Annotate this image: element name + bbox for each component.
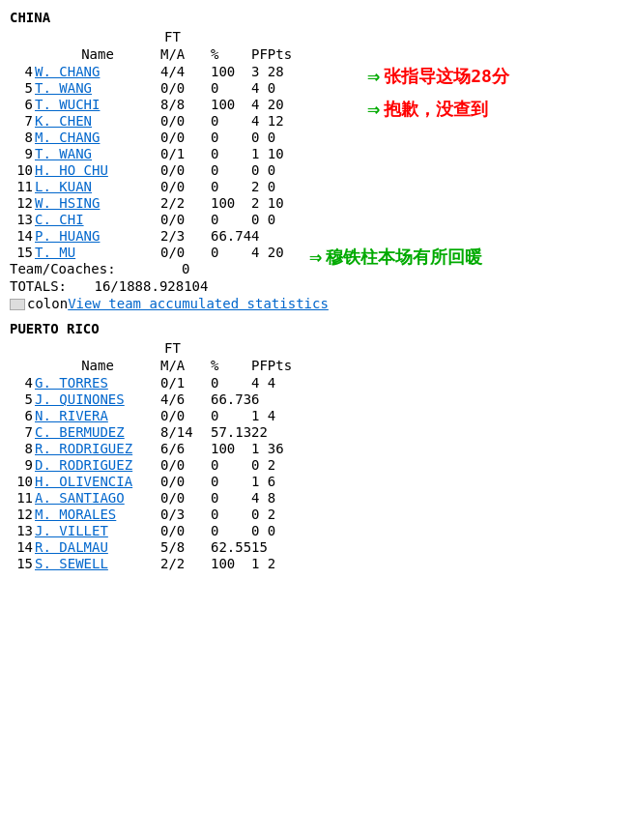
china-row-0: 4 W. CHANG 4/4 100 3 28 ⇒ 张指导这场28分 bbox=[10, 64, 623, 79]
china-header-pfpts: PFPts bbox=[251, 46, 309, 62]
player-name-link[interactable]: J. VILLET bbox=[35, 523, 160, 538]
player-name-link[interactable]: K. CHEN bbox=[35, 113, 160, 129]
pr-player-row: 4 G. TORRES 0/1 0 4 4 bbox=[10, 375, 623, 391]
china-player-row: 10 H. HO CHU 0/0 0 0 0 bbox=[10, 162, 623, 178]
colon-image bbox=[10, 299, 25, 310]
china-section: CHINA FT Name M/A % PFPts 4 W. CHANG 4/4… bbox=[10, 10, 623, 311]
arrow-icon-3: ⇒ bbox=[309, 245, 322, 269]
puerto-rico-section: PUERTO RICO FT Name M/A % PFPts 4 G. TOR… bbox=[10, 321, 623, 571]
pr-header-pct: % bbox=[211, 358, 251, 373]
china-title: CHINA bbox=[10, 10, 623, 25]
player-name-link[interactable]: M. CHANG bbox=[35, 130, 160, 145]
view-stats-link[interactable]: View team accumulated statistics bbox=[68, 296, 329, 311]
china-player-row: 12 W. HSING 2/2 100 2 10 bbox=[10, 195, 623, 211]
player-name-link[interactable]: L. KUAN bbox=[35, 179, 160, 194]
pr-header-ma: M/A bbox=[160, 358, 211, 373]
player-name-link[interactable]: G. TORRES bbox=[35, 375, 160, 391]
china-player-row: 5 T. WANG 0/0 0 4 0 bbox=[10, 80, 623, 96]
pr-player-row: 8 R. RODRIGUEZ 6/6 100 1 36 bbox=[10, 441, 623, 456]
pr-player-row: 5 J. QUINONES 4/6 66.73 6 bbox=[10, 391, 623, 407]
china-player-row: 7 K. CHEN 0/0 0 4 12 bbox=[10, 113, 623, 129]
player-name-link[interactable]: S. SEWELL bbox=[35, 556, 160, 571]
china-header-pct: % bbox=[211, 46, 251, 62]
player-name-link[interactable]: T. WUCHI bbox=[35, 97, 160, 112]
annotation-mu: ⇒ 穆铁柱本场有所回暖 bbox=[309, 245, 482, 269]
player-name-link[interactable]: H. OLIVENCIA bbox=[35, 474, 160, 489]
player-name-link[interactable]: W. HSING bbox=[35, 195, 160, 211]
player-name-link[interactable]: T. MU bbox=[35, 245, 160, 260]
china-player-row: 8 M. CHANG 0/0 0 0 0 bbox=[10, 130, 623, 145]
china-col-headers: Name M/A % PFPts bbox=[10, 46, 623, 62]
pr-col-headers: Name M/A % PFPts bbox=[10, 358, 623, 373]
player-name-link[interactable]: T. WANG bbox=[35, 146, 160, 161]
puerto-rico-title: PUERTO RICO bbox=[10, 321, 623, 336]
player-name-link[interactable]: M. MORALES bbox=[35, 507, 160, 522]
china-player-row: 4 W. CHANG 4/4 100 3 28 bbox=[10, 64, 623, 79]
china-row-11: 15 T. MU 0/0 0 4 20 ⇒ 穆铁柱本场有所回暖 bbox=[10, 245, 623, 260]
player-name-link[interactable]: W. CHANG bbox=[35, 64, 160, 79]
player-name-link[interactable]: P. HUANG bbox=[35, 228, 160, 244]
player-name-link[interactable]: C. BERMUDEZ bbox=[35, 424, 160, 440]
pr-header-name: Name bbox=[35, 358, 160, 373]
pr-header-pfpts: PFPts bbox=[251, 358, 309, 373]
pr-player-row: 7 C. BERMUDEZ 8/14 57.13 22 bbox=[10, 424, 623, 440]
player-name-link[interactable]: J. QUINONES bbox=[35, 391, 160, 407]
player-name-link[interactable]: R. RODRIGUEZ bbox=[35, 441, 160, 456]
pr-player-row: 15 S. SEWELL 2/2 100 1 2 bbox=[10, 556, 623, 571]
player-name-link[interactable]: C. CHI bbox=[35, 212, 160, 227]
china-ft-label: FT bbox=[164, 29, 623, 44]
player-name-link[interactable]: A. SANTIAGO bbox=[35, 490, 160, 506]
china-player-row: 11 L. KUAN 0/0 0 2 0 bbox=[10, 179, 623, 194]
china-player-row: 13 C. CHI 0/0 0 0 0 bbox=[10, 212, 623, 227]
pr-player-row: 6 N. RIVERA 0/0 0 1 4 bbox=[10, 408, 623, 423]
player-name-link[interactable]: N. RIVERA bbox=[35, 408, 160, 423]
china-header-name: Name bbox=[35, 46, 160, 62]
china-row-2: 6 T. WUCHI 8/8 100 4 20 ⇒ 抱歉，没查到 bbox=[10, 97, 623, 112]
player-name-link[interactable]: T. WANG bbox=[35, 80, 160, 96]
view-link-row: colonView team accumulated statistics bbox=[10, 296, 623, 311]
player-name-link[interactable]: D. RODRIGUEZ bbox=[35, 457, 160, 473]
pr-player-row: 10 H. OLIVENCIA 0/0 0 1 6 bbox=[10, 474, 623, 489]
pr-player-row: 14 R. DALMAU 5/8 62.55 15 bbox=[10, 539, 623, 555]
pr-player-row: 9 D. RODRIGUEZ 0/0 0 0 2 bbox=[10, 457, 623, 473]
pr-player-row: 13 J. VILLET 0/0 0 0 0 bbox=[10, 523, 623, 538]
player-name-link[interactable]: H. HO CHU bbox=[35, 162, 160, 178]
china-totals: TOTALS: 16/1888.928104 bbox=[10, 278, 623, 294]
china-player-row: 6 T. WUCHI 8/8 100 4 20 bbox=[10, 97, 623, 112]
china-player-row: 9 T. WANG 0/1 0 1 10 bbox=[10, 146, 623, 161]
china-header-ma: M/A bbox=[160, 46, 211, 62]
pr-player-row: 12 M. MORALES 0/3 0 0 2 bbox=[10, 507, 623, 522]
player-name-link[interactable]: R. DALMAU bbox=[35, 539, 160, 555]
china-player-row: 14 P. HUANG 2/3 66.74 4 bbox=[10, 228, 623, 244]
pr-ft-label: FT bbox=[164, 340, 623, 356]
pr-player-row: 11 A. SANTIAGO 0/0 0 4 8 bbox=[10, 490, 623, 506]
